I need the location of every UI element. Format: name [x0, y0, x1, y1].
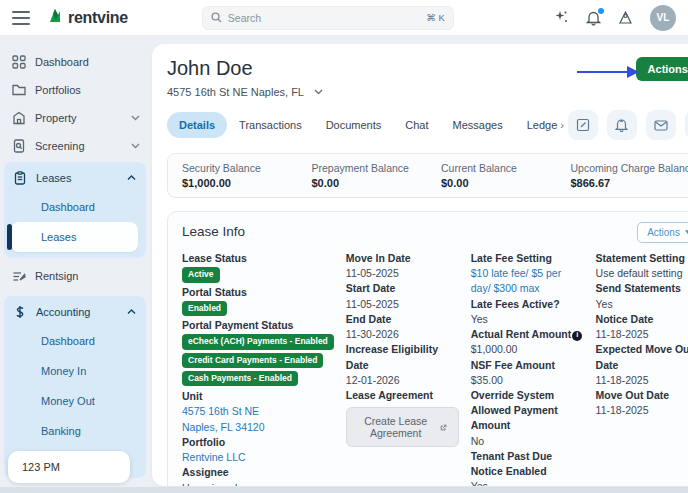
chevron-down-icon: [314, 89, 323, 95]
chevron-up-icon: [127, 309, 136, 315]
field-value: Unassigned: [182, 481, 334, 486]
balance-label: Prepayment Balance: [311, 162, 440, 174]
balance-upcoming-charge: Upcoming Charge Balance $866.67: [570, 162, 688, 189]
lease-detail-page: John Doe 4575 16th St NE Naples, FL Acti…: [152, 44, 688, 486]
actions-label: Actions: [647, 227, 680, 238]
sidebar-subitem-banking[interactable]: Banking: [4, 416, 146, 446]
sidebar-item-accounting[interactable]: Accounting: [4, 298, 146, 326]
field-value: 11-30-2026: [346, 327, 459, 342]
edit-note-button[interactable]: [568, 110, 598, 140]
create-lease-agreement-button[interactable]: Create Lease Agreement: [346, 407, 459, 447]
sidebar-group-leases: Leases Dashboard Leases: [4, 162, 146, 258]
tab-transactions[interactable]: Transactions: [227, 112, 314, 138]
tab-chat[interactable]: Chat: [393, 112, 440, 138]
balance-value: $0.00: [441, 177, 570, 189]
window-bottom-edge: [0, 487, 688, 493]
sidebar-item-label: Property: [35, 112, 122, 124]
sidebar-item-leases[interactable]: Leases: [4, 164, 146, 192]
link-icon: [440, 422, 447, 433]
field-label: Portal Status: [182, 285, 334, 300]
email-button[interactable]: [646, 110, 676, 140]
bell-icon: [615, 118, 628, 132]
sidebar-item-dashboard[interactable]: Dashboard: [0, 48, 150, 76]
info-icon[interactable]: i: [572, 331, 582, 341]
unit-address-selector[interactable]: 4575 16th St NE Naples, FL: [167, 86, 323, 98]
balance-prepayment: Prepayment Balance $0.00: [311, 162, 440, 189]
field-value: $35.00: [471, 373, 584, 388]
lease-info-col-4: Statement Setting Use default setting Se…: [596, 251, 688, 486]
field-label: Increase Eligibility Date: [346, 342, 459, 372]
sidebar-subitem-label: Dashboard: [41, 201, 95, 213]
field-label: End Date: [346, 312, 459, 327]
field-value: No: [471, 434, 584, 449]
dashboard-grid-icon: [12, 55, 26, 69]
field-label: Lease Agreement: [346, 388, 459, 403]
tab-messages[interactable]: Messages: [441, 112, 515, 138]
actions-label: Actions: [648, 63, 688, 75]
menu-icon[interactable]: [12, 11, 30, 25]
late-fee-setting-link[interactable]: $10 late fee/ $5 per day/ $300 max: [471, 266, 584, 296]
page-actions-button[interactable]: Actions: [636, 57, 688, 81]
balance-label: Security Balance: [182, 162, 311, 174]
balance-label: Upcoming Charge Balance: [570, 162, 688, 174]
notification-dot: [598, 8, 604, 14]
sidebar-subitem-leases-leases[interactable]: Leases: [11, 222, 138, 252]
annotation-arrow: [577, 64, 639, 80]
sidebar-subitem-leases-dashboard[interactable]: Dashboard: [4, 192, 146, 222]
brand-logo[interactable]: rentvine: [46, 7, 128, 29]
chevron-down-icon: [131, 143, 140, 149]
announcements-icon[interactable]: [618, 10, 633, 25]
clipboard-icon: [13, 171, 27, 185]
lease-info-col-1: Lease Status Active Portal Status Enable…: [182, 251, 334, 486]
balance-label: Current Balance: [441, 162, 570, 174]
field-label: Unit: [182, 389, 334, 404]
field-label: Notice Date: [596, 312, 688, 327]
avatar[interactable]: VL: [650, 5, 676, 31]
balance-current: Current Balance $0.00: [441, 162, 570, 189]
balance-value: $0.00: [311, 177, 440, 189]
sidebar-item-label: Accounting: [36, 306, 118, 318]
sidebar-subitem-label: Leases: [41, 231, 76, 243]
sidebar-subitem-label: Money Out: [41, 395, 95, 407]
sidebar-subitem-money-out[interactable]: Money Out: [4, 386, 146, 416]
sidebar-item-label: Dashboard: [35, 56, 140, 68]
field-value: Use default setting: [596, 266, 688, 281]
selected-indicator: [7, 224, 12, 250]
unit-link[interactable]: 4575 16th St NE: [182, 404, 334, 419]
search-input[interactable]: [228, 12, 421, 24]
portfolio-link[interactable]: Rentvine LLC: [182, 450, 334, 465]
balance-security: Security Balance $1,000.00: [182, 162, 311, 189]
sidebar-subitem-accounting-dashboard[interactable]: Dashboard: [4, 326, 146, 356]
sidebar-item-label: Portfolios: [35, 84, 140, 96]
global-search[interactable]: ⌘ K: [202, 6, 454, 30]
brand-name: rentvine: [68, 9, 128, 27]
sidebar-item-screening[interactable]: Screening: [0, 132, 150, 160]
sidebar-subitem-money-in[interactable]: Money In: [4, 356, 146, 386]
tab-bar: Details Transactions Documents Chat Mess…: [167, 110, 688, 140]
field-label-text: Actual Rent Amount: [471, 328, 572, 340]
clock-widget: 123 PM: [8, 451, 130, 483]
field-value: Yes: [471, 479, 584, 486]
sidebar-item-portfolios[interactable]: Portfolios: [0, 76, 150, 104]
sidebar-item-property[interactable]: Property: [0, 104, 150, 132]
field-label: NSF Fee Amount: [471, 358, 584, 373]
sidebar: Dashboard Portfolios Property Screening …: [0, 36, 150, 493]
ai-sparkle-icon[interactable]: [554, 10, 569, 25]
tabs-scroll-next-icon[interactable]: ›: [559, 119, 568, 131]
lease-info-actions-button[interactable]: Actions: [637, 222, 688, 243]
sidebar-item-rentsign[interactable]: Rentsign: [0, 262, 150, 290]
chevron-down-icon: [131, 115, 140, 121]
field-label: Send Statements: [596, 281, 688, 296]
balance-summary-bar: Security Balance $1,000.00 Prepayment Ba…: [167, 153, 688, 198]
field-label: Move Out Date: [596, 388, 688, 403]
dollar-icon: [13, 305, 27, 319]
balance-value: $866.67: [570, 177, 688, 189]
field-label: Portal Payment Status: [182, 318, 334, 333]
tab-documents[interactable]: Documents: [314, 112, 394, 138]
notifications-bell-icon[interactable]: [586, 10, 601, 26]
tab-ledger[interactable]: Ledge: [515, 112, 560, 138]
unit-link[interactable]: Naples, FL 34120: [182, 420, 334, 435]
field-value: 12-01-2026: [346, 373, 459, 388]
reminders-button[interactable]: [607, 110, 637, 140]
tab-details[interactable]: Details: [167, 112, 227, 138]
